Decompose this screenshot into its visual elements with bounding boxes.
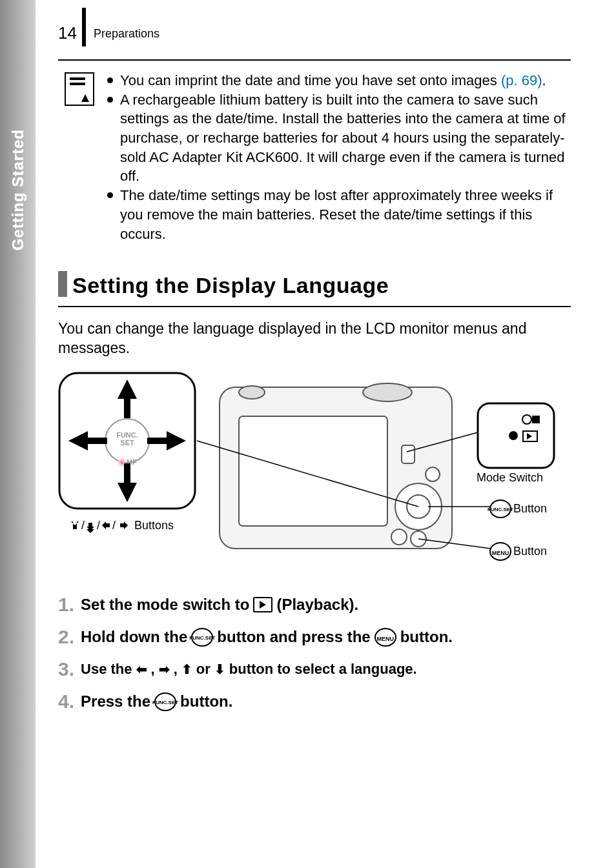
up-arrow-icon: ⬆ <box>181 661 192 677</box>
heading-bar <box>58 271 67 297</box>
section-breadcrumb: Preparations <box>94 26 159 41</box>
camera-diagram: FUNC. SET 🌸MF / / / <box>58 368 562 574</box>
svg-marker-9 <box>71 521 79 529</box>
svg-text:/: / <box>112 519 116 532</box>
header-rule <box>58 59 571 61</box>
step-3: 3. Use the ⬅ , ➡ , ⬆ or ⬇ button to sele… <box>58 658 571 680</box>
svg-text:FUNC.: FUNC. <box>116 431 138 439</box>
step-text: button. <box>400 628 453 646</box>
menu-button-label: MENU Button <box>489 542 547 561</box>
step-text: , <box>151 661 155 678</box>
svg-marker-14 <box>102 521 110 529</box>
manual-page: Getting Started 14 Preparations You can … <box>0 0 616 868</box>
step-text: button and press the <box>217 628 370 646</box>
mode-switch-label: Mode Switch <box>477 471 543 485</box>
step-text: Set the mode switch to <box>81 596 249 614</box>
svg-text:/: / <box>81 519 85 532</box>
dpad-buttons-label: Buttons <box>134 519 174 532</box>
section-title: Setting the Display Language <box>72 273 389 298</box>
header-divider <box>82 8 86 46</box>
step-text: button to select a language. <box>229 661 417 678</box>
section-heading: Setting the Display Language <box>58 271 571 307</box>
note-icon <box>65 72 94 106</box>
step-text: button. <box>180 692 232 711</box>
step-text: (Playback). <box>276 596 358 614</box>
chapter-side-tab: Getting Started <box>0 0 36 868</box>
svg-rect-24 <box>402 445 415 463</box>
note-text: . <box>542 72 546 88</box>
section-intro: You can change the language displayed in… <box>58 319 571 358</box>
menu-icon: MENU <box>489 542 511 561</box>
svg-point-25 <box>363 383 412 401</box>
svg-rect-33 <box>532 416 540 423</box>
svg-point-23 <box>426 467 440 481</box>
menu-icon: MENU <box>375 628 396 647</box>
svg-point-26 <box>239 386 265 399</box>
svg-rect-18 <box>239 416 387 526</box>
step-number: 4. <box>58 691 74 712</box>
step-2: 2. Hold down the FUNC.SET button and pre… <box>58 626 571 648</box>
func-set-icon: FUNC.SET <box>191 628 213 647</box>
note-item-3: The date/time settings may be lost after… <box>107 186 571 243</box>
func-set-icon: FUNC.SET <box>489 500 511 518</box>
chapter-label: Getting Started <box>9 129 27 250</box>
step-number: 1. <box>58 594 74 616</box>
note-text: The date/time settings may be lost after… <box>120 187 553 241</box>
step-text: or <box>196 661 210 678</box>
note-item-1: You can imprint the date and time you ha… <box>107 71 571 90</box>
playback-icon <box>253 597 272 612</box>
func-button-label: FUNC.SET Button <box>489 500 547 518</box>
note-text: A rechargeable lithium battery is built … <box>120 92 566 185</box>
svg-text:SET: SET <box>120 439 134 447</box>
down-arrow-icon: ⬇ <box>214 661 225 677</box>
svg-point-22 <box>391 529 407 545</box>
page-number: 14 <box>58 23 77 43</box>
func-set-icon: FUNC.SET <box>154 692 176 711</box>
step-number: 3. <box>58 658 74 680</box>
page-header: 14 Preparations <box>58 19 159 46</box>
heading-rule <box>58 306 571 307</box>
svg-point-34 <box>509 431 518 440</box>
right-arrow-icon: ➡ <box>159 661 170 677</box>
svg-text:/: / <box>97 519 100 532</box>
note-callout: You can imprint the date and time you ha… <box>65 71 571 243</box>
step-text: , <box>174 661 178 678</box>
step-text: Use the <box>81 661 132 678</box>
note-item-2: A rechargeable lithium battery is built … <box>107 90 571 186</box>
steps-list: 1. Set the mode switch to (Playback). 2.… <box>58 594 571 723</box>
step-1: 1. Set the mode switch to (Playback). <box>58 594 571 616</box>
step-4: 4. Press the FUNC.SET button. <box>58 691 571 712</box>
step-number: 2. <box>58 626 74 648</box>
note-text: You can imprint the date and time you ha… <box>120 72 501 88</box>
step-text: Press the <box>81 692 150 711</box>
svg-marker-16 <box>120 521 128 529</box>
left-arrow-icon: ⬅ <box>136 661 147 677</box>
note-list: You can imprint the date and time you ha… <box>107 71 571 243</box>
step-text: Hold down the <box>81 628 187 646</box>
page-reference-link[interactable]: (p. 69) <box>501 72 542 88</box>
